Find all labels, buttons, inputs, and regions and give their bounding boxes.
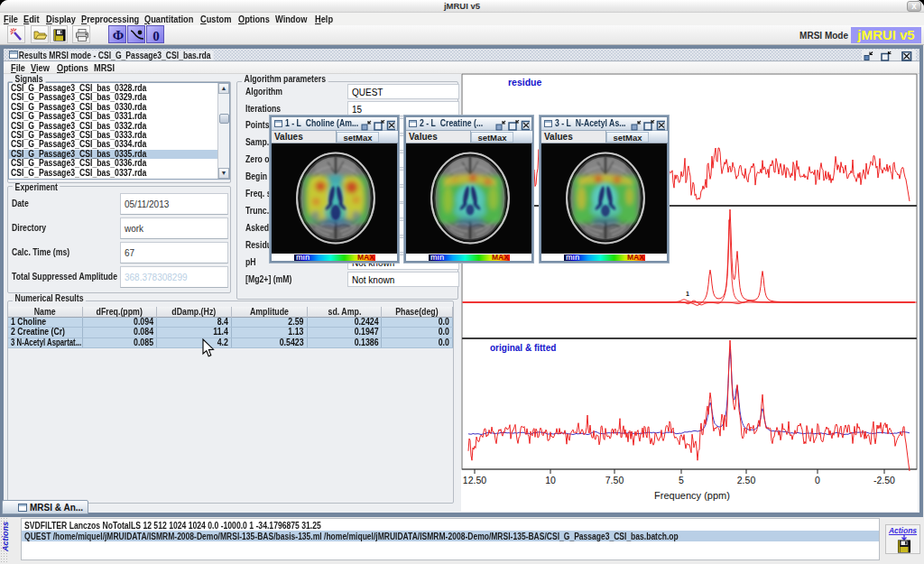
svg-text:5: 5 bbox=[679, 475, 684, 485]
svg-text:0: 0 bbox=[815, 475, 820, 485]
svg-text:2.50: 2.50 bbox=[737, 475, 756, 485]
svg-text:7.50: 7.50 bbox=[605, 475, 624, 485]
svg-text:Φ: Φ bbox=[113, 28, 124, 42]
svg-text:original & fitted: original & fitted bbox=[490, 343, 556, 353]
svg-text:residue: residue bbox=[508, 77, 542, 88]
svg-text:10: 10 bbox=[545, 475, 556, 485]
svg-text:0: 0 bbox=[152, 29, 160, 43]
svg-text:12.50: 12.50 bbox=[463, 475, 486, 485]
svg-text:Frequency (ppm): Frequency (ppm) bbox=[654, 490, 730, 501]
svg-text:-2.50: -2.50 bbox=[873, 475, 895, 485]
svg-text:1: 1 bbox=[686, 291, 689, 297]
